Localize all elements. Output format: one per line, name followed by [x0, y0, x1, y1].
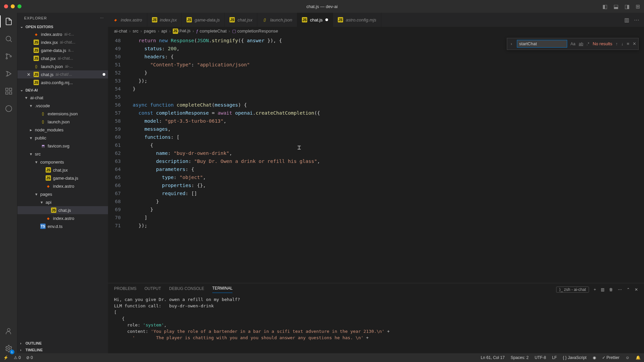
folder-row[interactable]: ▸node_modules	[17, 126, 108, 134]
problems-status[interactable]: ⚠ 0	[14, 355, 21, 360]
code-line[interactable]: 57 const completionResponse = await open…	[108, 109, 644, 117]
tab[interactable]: JSastro.config.mjs	[333, 13, 381, 27]
account-icon[interactable]	[4, 326, 13, 336]
open-editor-item[interactable]: ✕{}launch.json ai-...	[17, 62, 108, 70]
panel-tab[interactable]: PROBLEMS	[114, 286, 137, 293]
status-item[interactable]: ✓ Prettier	[602, 355, 620, 360]
terminal-output[interactable]: Hi, can you give Dr. owen a refill on my…	[108, 293, 644, 344]
extensions-icon[interactable]	[4, 86, 13, 96]
folder-row[interactable]: ▾api	[17, 198, 108, 206]
breadcrumb-item[interactable]: src	[132, 28, 138, 34]
code-line[interactable]: 58 model: "gpt-3.5-turbo-0613",	[108, 117, 644, 125]
code-line[interactable]: 63 description: "Buy Dr. Owen a drink or…	[108, 157, 644, 165]
file-row[interactable]: {}extensions.json	[17, 110, 108, 118]
breadcrumb-item[interactable]: ai-chat	[114, 28, 127, 34]
code-line[interactable]: 70 ]	[108, 214, 644, 222]
more-icon[interactable]: ⋯	[618, 287, 622, 292]
panel-tab[interactable]: TERMINAL	[212, 286, 233, 293]
search-icon[interactable]	[4, 34, 13, 44]
status-item[interactable]: ◉	[593, 355, 596, 360]
tab[interactable]: ◆index.astro	[108, 13, 147, 27]
open-editor-item[interactable]: ✕JSchat.jsx ai-chat...	[17, 54, 108, 62]
layout-grid-icon[interactable]: ⊞	[636, 3, 640, 10]
breadcrumb[interactable]: ai-chat›src›pages›api›JSchat.js›ƒ comple…	[108, 27, 644, 35]
close-icon[interactable]: ✕	[27, 72, 32, 77]
breadcrumb-item[interactable]: JSchat.js	[173, 28, 191, 34]
file-row[interactable]: ◆index.astro	[17, 214, 108, 222]
code-line[interactable]: 51 "Content-Type": "application/json"	[108, 61, 644, 69]
layout-right-icon[interactable]: ◨	[625, 3, 630, 10]
debug-icon[interactable]	[4, 69, 13, 78]
explorer-icon[interactable]	[4, 17, 13, 26]
breadcrumb-item[interactable]: pages	[144, 28, 156, 34]
code-line[interactable]: 68 }	[108, 197, 644, 205]
edge-icon[interactable]	[4, 104, 13, 113]
code-line[interactable]: 65 type: "object",	[108, 173, 644, 181]
open-editor-item[interactable]: ✕JSchat.js ai-chat/...	[17, 70, 108, 78]
code-line[interactable]: 66 properties: {},	[108, 181, 644, 189]
file-row[interactable]: TSenv.d.ts	[17, 222, 108, 230]
close-panel-icon[interactable]: ✕	[635, 287, 638, 292]
maximize-window-icon[interactable]	[17, 4, 21, 8]
layout-left-icon[interactable]: ◧	[602, 3, 607, 10]
folder-row[interactable]: ▾ai-chat	[17, 94, 108, 102]
code-line[interactable]: 52 }	[108, 69, 644, 77]
status-item[interactable]: Ln 61, Col 17	[481, 355, 504, 360]
folder-row[interactable]: ▾.vscode	[17, 102, 108, 110]
breadcrumb-item[interactable]: api	[161, 28, 167, 34]
match-case-icon[interactable]: Aa	[571, 42, 576, 46]
open-editor-item[interactable]: ✕JSastro.config.mj...	[17, 78, 108, 86]
file-row[interactable]: JSchat.js	[17, 206, 108, 214]
feedback-icon[interactable]: ☺	[626, 355, 630, 360]
layout-bottom-icon[interactable]: ⬓	[613, 3, 619, 10]
project-header[interactable]: ⌄ DEV-AI	[17, 86, 108, 94]
notifications-icon[interactable]: 🔔	[636, 355, 641, 360]
new-terminal-icon[interactable]: +	[594, 287, 596, 292]
code-line[interactable]: 55	[108, 93, 644, 101]
open-editors-header[interactable]: ⌄ OPEN EDITORS	[17, 23, 108, 30]
errors-status[interactable]: ⊘ 0	[26, 355, 33, 360]
folder-row[interactable]: ▾pages	[17, 190, 108, 198]
more-icon[interactable]: ⋯	[634, 17, 639, 23]
split-terminal-icon[interactable]: ▥	[601, 287, 604, 292]
status-item[interactable]: LF	[552, 355, 557, 360]
folder-row[interactable]: ▾public	[17, 134, 108, 142]
status-item[interactable]: Spaces: 2	[511, 355, 529, 360]
split-editor-icon[interactable]: ▥	[624, 17, 629, 23]
outline-header[interactable]: › OUTLINE	[17, 340, 108, 347]
tab[interactable]: JSindex.jsx	[147, 13, 182, 27]
remote-icon[interactable]: ⚡	[3, 355, 8, 360]
code-line[interactable]: 64 parameters: {	[108, 165, 644, 173]
code-line[interactable]: 61 {⌶	[108, 141, 644, 149]
open-editor-item[interactable]: ✕JSgame-data.js a...	[17, 46, 108, 54]
panel-tab[interactable]: DEBUG CONSOLE	[169, 286, 204, 293]
code-line[interactable]: 59 messages,	[108, 125, 644, 133]
folder-row[interactable]: ▾src	[17, 150, 108, 158]
code-line[interactable]: 53 });	[108, 77, 644, 85]
open-editor-item[interactable]: ✕◆index.astro ai-c...	[17, 30, 108, 38]
status-item[interactable]: UTF-8	[535, 355, 546, 360]
breadcrumb-item[interactable]: ▢ completionResponse	[232, 28, 278, 34]
expand-find-icon[interactable]: ›	[509, 41, 513, 46]
file-row[interactable]: JSgame-data.js	[17, 174, 108, 182]
code-line[interactable]: 54 }	[108, 85, 644, 93]
file-row[interactable]: JSchat.jsx	[17, 166, 108, 174]
close-find-icon[interactable]: ✕	[633, 41, 636, 46]
panel-tab[interactable]: OUTPUT	[145, 286, 161, 293]
timeline-header[interactable]: › TIMELINE	[17, 347, 108, 353]
code-line[interactable]: 60 functions: [	[108, 133, 644, 141]
open-editor-item[interactable]: ✕JSindex.jsx ai-chat...	[17, 38, 108, 46]
code-line[interactable]: 67 required: []	[108, 189, 644, 197]
settings-icon[interactable]: 1	[4, 344, 13, 353]
tab[interactable]: JSchat.js	[297, 13, 333, 27]
next-match-icon[interactable]: ↓	[621, 41, 624, 46]
tab[interactable]: {}launch.json	[257, 13, 297, 27]
code-editor[interactable]: 48 return new Response(JSON.stringify({ …	[108, 35, 644, 283]
code-line[interactable]: 56 async function completeChat(messages)…	[108, 101, 644, 109]
kill-terminal-icon[interactable]: 🗑	[609, 287, 613, 292]
status-item[interactable]: { } JavaScript	[563, 355, 587, 360]
more-icon[interactable]: ⋯	[100, 16, 104, 20]
maximize-panel-icon[interactable]: ⌃	[627, 287, 630, 292]
terminal-selector[interactable]: ⟩_ zsh - ai-chat	[556, 287, 589, 293]
file-row[interactable]: {}launch.json	[17, 118, 108, 126]
